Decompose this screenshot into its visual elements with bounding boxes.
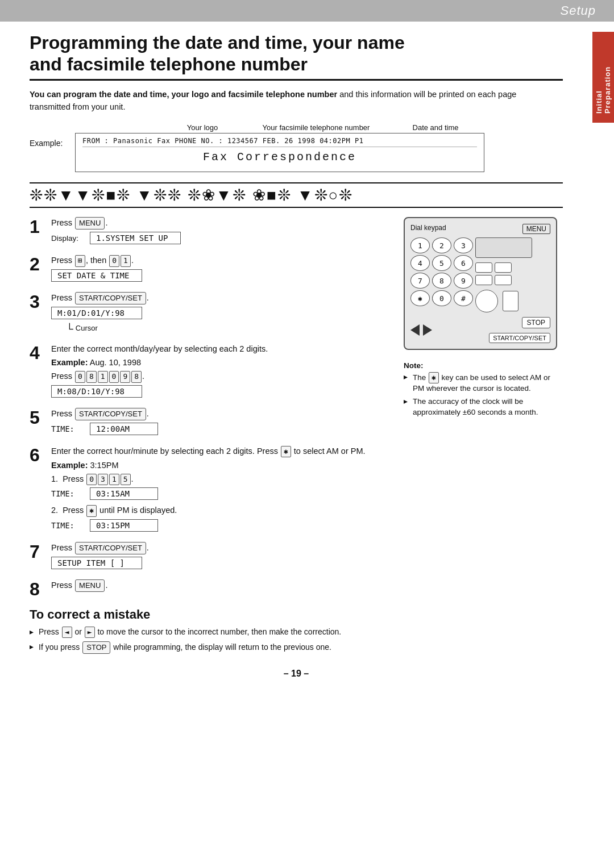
step-4-display: M:08/D:10/Y:98 (51, 385, 387, 398)
side-tab-label: Initial Preparation (595, 41, 612, 114)
page-number: – 19 – (30, 669, 563, 679)
page-title-block: Programming the date and time, your name… (30, 32, 563, 81)
k0b: 0 (109, 371, 119, 382)
keypad-inner: 1 2 3 4 5 6 7 8 (410, 237, 550, 312)
step-4-content: Enter the correct month/day/year by sele… (51, 343, 387, 402)
key-1: 1 (121, 255, 131, 266)
cursor-label: Cursor (76, 324, 98, 332)
cursor-arrow-icon: └ (66, 324, 73, 334)
symbol-line: ❊❊▼▼❊■❊ ▼❊❊ ❊❀▼❊ ❀■❊ ▼❊○❊ (30, 182, 563, 208)
step-5-num: 5 (30, 408, 45, 428)
step-6-example: Example: 3:15PM (51, 460, 387, 471)
star-key-6b: ✱ (86, 505, 97, 516)
kp-key-6: 6 (454, 255, 473, 271)
mistake-text-2: If you press STOP while programming, the… (39, 641, 331, 654)
kp-key-hash: # (454, 290, 473, 306)
right-arrow-icon (423, 324, 432, 336)
step-4-example-label: Example: (51, 358, 88, 367)
mistake-section: To correct a mistake ▸ Press ◄ or ► to m… (30, 607, 387, 654)
side-tab: Initial Preparation (592, 32, 614, 123)
intro-paragraph: You can program the date and time, your … (30, 89, 518, 114)
nav-arrows (410, 324, 432, 336)
step-1-num: 1 (30, 217, 45, 237)
keypad-top: Dial keypad MENU (410, 224, 550, 234)
step-7-content: Press START/COPY/SET. SETUP ITEM [ ] (51, 542, 387, 574)
step-6-content: Enter the correct hour/minute by selecti… (51, 445, 387, 536)
step-6-text: Enter the correct hour/minute by selecti… (51, 445, 387, 457)
s1: 1 (109, 474, 119, 485)
steps-section: 1 Press MENU. Display: 1.SYSTEM SET UP 2 (30, 217, 563, 657)
menu-label: MENU (522, 224, 550, 234)
kp-key-3: 3 (454, 237, 473, 253)
step-1-display: Display: 1.SYSTEM SET UP (51, 232, 387, 244)
step-2-text: Press ⊞, then 01. (51, 254, 387, 266)
col2-label: Your facsimile telephone number (242, 123, 390, 132)
dial-knob (475, 290, 498, 312)
step-6-display1: TIME: 03:15AM (51, 487, 387, 500)
note-bullet-2: ▸ (404, 397, 409, 418)
step-6-display2: TIME: 03:15PM (51, 519, 387, 532)
step-6: 6 Enter the correct hour/minute by selec… (30, 445, 387, 536)
start-key-3: START/COPY/SET (75, 292, 146, 304)
step-6-time-label1: TIME: (51, 489, 84, 498)
btn-a (475, 262, 492, 273)
keypad-inner-left: 1 2 3 4 5 6 7 8 (410, 237, 473, 312)
step-4-example: Example: Aug. 10, 1998 (51, 357, 387, 368)
kp-key-9: 9 (454, 273, 473, 289)
fax-header-line: FROM : Panasonic Fax PHONE NO. : 1234567… (82, 137, 477, 147)
note-item-2: ▸ The accuracy of the clock will be appr… (404, 397, 563, 418)
step-7-num: 7 (30, 542, 45, 562)
stop-start-group: STOP START/COPY/SET (489, 317, 550, 343)
step-7-display-value: SETUP ITEM [ ] (51, 557, 142, 569)
col1-label: Your logo (163, 123, 242, 132)
right-buttons (475, 262, 532, 312)
step-5-text: Press START/COPY/SET. (51, 408, 387, 420)
kp-key-0: 0 (432, 290, 451, 306)
intro-bold: You can program the date and time, your … (30, 90, 337, 99)
menu-key-8: MENU (75, 579, 105, 592)
step-8-num: 8 (30, 579, 45, 599)
example-labels: Your logo Your facsimile telephone numbe… (30, 123, 563, 132)
note-title: Note: (404, 361, 563, 370)
kp-key-8: 8 (432, 273, 451, 289)
start-key-7: START/COPY/SET (75, 542, 146, 554)
btn-c (475, 275, 492, 285)
left-arrow-icon (410, 324, 420, 336)
step-3-content: Press START/COPY/SET. M:01/D:01/Y:98 └ C… (51, 292, 387, 337)
header-title: Setup (561, 3, 596, 18)
step-1: 1 Press MENU. Display: 1.SYSTEM SET UP (30, 217, 387, 249)
dial-keypad-label: Dial keypad (410, 224, 446, 232)
step-2-display-value: SET DATE & TIME (51, 269, 142, 282)
k9: 9 (120, 371, 130, 382)
step-6-example-label: Example: (51, 461, 88, 470)
star-key-note: ✱ (429, 372, 439, 383)
kp-key-1: 1 (410, 237, 430, 253)
kp-row-1: 1 2 3 (410, 237, 473, 253)
example-row: Example: FROM : Panasonic Fax PHONE NO. … (30, 133, 563, 172)
star-key-6: ✱ (281, 446, 291, 457)
kp-key-5: 5 (432, 255, 451, 271)
step-5-display-value: 12:00AM (90, 423, 158, 435)
stop-button-diagram: STOP (522, 317, 550, 328)
kp-row-4: ✱ 0 # (410, 290, 473, 306)
kp-row-3: 7 8 9 (410, 273, 473, 289)
step-4-display-value: M:08/D:10/Y:98 (51, 385, 142, 398)
steps-right: Dial keypad MENU 1 2 3 4 (404, 217, 563, 657)
main-content: Programming the date and time, your name… (0, 32, 614, 702)
menu-key-1: MENU (75, 217, 105, 229)
step-8: 8 Press MENU. (30, 579, 387, 599)
step-6-sub1: 1. Press 0315. (51, 473, 387, 485)
note-item-1: ▸ The ✱ key can be used to select AM or … (404, 372, 563, 394)
note-text-1: The ✱ key can be used to select AM or PM… (413, 372, 563, 394)
step-1-display-label: Display: (51, 234, 84, 243)
side-button (503, 291, 518, 311)
step-3-text: Press START/COPY/SET. (51, 292, 387, 304)
step-3-display: M:01/D:01/Y:98 (51, 307, 387, 319)
note-section: Note: ▸ The ✱ key can be used to select … (404, 361, 563, 418)
step-4: 4 Enter the correct month/day/year by se… (30, 343, 387, 402)
bullet-1: ▸ (30, 627, 35, 638)
display-screen (475, 237, 532, 258)
steps-left: 1 Press MENU. Display: 1.SYSTEM SET UP 2 (30, 217, 387, 657)
keypad-nav-row: STOP START/COPY/SET (410, 317, 550, 343)
k0: 0 (75, 371, 85, 382)
